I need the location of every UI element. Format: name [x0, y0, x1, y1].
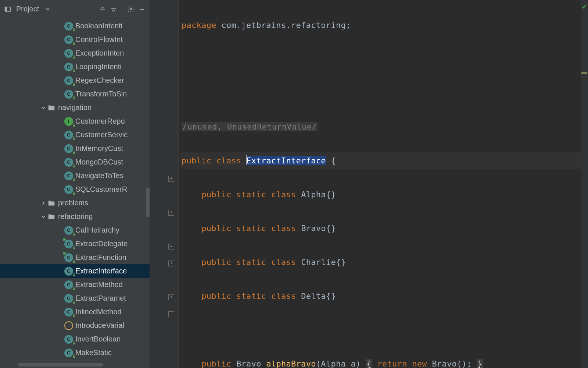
tree-item-label: InvertBoolean [75, 335, 121, 343]
file-row[interactable]: CCustomerServic [0, 128, 150, 142]
chevron-down-icon[interactable] [46, 7, 50, 11]
lock-icon [72, 286, 76, 291]
project-view-icon[interactable] [4, 5, 12, 13]
folder-row[interactable]: refactoring [0, 210, 150, 223]
class-icon: C [64, 63, 73, 71]
file-row[interactable]: ICustomerRepo [0, 114, 150, 128]
stripe-marker[interactable] [581, 72, 587, 74]
file-row[interactable]: CRegexChecker [0, 74, 150, 87]
file-row[interactable]: CMakeStatic [0, 346, 150, 360]
svg-rect-16 [73, 234, 75, 236]
fold-collapse-icon[interactable] [168, 311, 174, 317]
project-title[interactable]: Project [15, 5, 40, 13]
class-icon: C [64, 348, 73, 357]
modified-indicator [63, 252, 66, 255]
lock-icon [72, 300, 76, 304]
folder-icon [47, 212, 56, 221]
file-row[interactable]: CExtractDelegate [0, 237, 150, 251]
package-name: com.jetbrains.refactoring; [216, 21, 351, 30]
tree-item-label: ExceptionInten [75, 49, 124, 57]
lock-icon [72, 164, 76, 168]
file-row[interactable]: CBooleanIntenti [0, 19, 150, 33]
folder-icon [47, 103, 56, 112]
svg-rect-9 [73, 98, 75, 99]
svg-rect-21 [73, 302, 75, 304]
svg-rect-5 [73, 43, 75, 45]
svg-rect-13 [73, 166, 75, 167]
file-row[interactable]: CSQLCustomerR [0, 183, 150, 196]
class-icon: C [64, 131, 73, 139]
file-row[interactable]: CExtractFunction [0, 251, 150, 264]
fold-expand-icon[interactable] [168, 210, 174, 216]
svg-rect-3 [140, 9, 144, 10]
modified-indicator [63, 238, 66, 241]
inspection-ok-icon[interactable]: ✔ [581, 2, 588, 11]
folder-row[interactable]: navigation [0, 101, 150, 114]
project-horizontal-scrollbar[interactable] [18, 363, 103, 367]
svg-rect-19 [73, 275, 75, 276]
file-row[interactable]: CInvertBoolean [0, 332, 150, 346]
file-row[interactable]: CTransformToSin [0, 87, 150, 101]
file-row[interactable]: CMongoDBCust [0, 155, 150, 169]
editor-error-stripe[interactable]: ✔ [581, 0, 588, 368]
lock-icon [72, 232, 76, 236]
file-row[interactable]: CExtractParamet [0, 291, 150, 305]
lock-icon [72, 245, 76, 250]
lock-icon [72, 123, 76, 127]
collapse-all-icon[interactable] [110, 5, 118, 13]
expand-all-icon[interactable] [98, 5, 107, 13]
svg-rect-22 [73, 315, 75, 317]
kw-package: package [182, 21, 216, 30]
editor-gutter[interactable] [150, 0, 179, 368]
lock-icon [72, 82, 76, 86]
file-row[interactable]: CExceptionInten [0, 46, 150, 60]
chevron-down-icon[interactable] [40, 106, 47, 110]
file-row[interactable]: IntroduceVarial [0, 319, 150, 332]
lock-icon [72, 41, 76, 46]
tree-item-label: SQLCustomerR [75, 185, 127, 194]
project-toolbar: Project [0, 0, 150, 18]
tree-item-label: InlinedMethod [75, 308, 122, 316]
svg-rect-4 [73, 29, 75, 31]
toolbar-separator [122, 5, 122, 14]
caret-line[interactable]: public class ExtractInterface { [180, 152, 581, 169]
code-editor[interactable]: package com.jetbrains.refactoring; /unus… [150, 0, 588, 368]
svg-rect-7 [73, 70, 75, 72]
class-icon: C [64, 308, 73, 316]
class-icon: C [64, 240, 73, 248]
lock-icon [72, 177, 76, 182]
tree-item-label: BooleanIntenti [75, 22, 122, 30]
file-row[interactable]: CInlinedMethod [0, 305, 150, 319]
code-area[interactable]: package com.jetbrains.refactoring; /unus… [179, 0, 581, 368]
class-icon: C [64, 49, 73, 58]
tree-item-label: problems [58, 199, 88, 207]
tree-item-label: InMemoryCust [75, 144, 123, 153]
file-row[interactable]: CNavigateToTes [0, 169, 150, 183]
chevron-down-icon[interactable] [40, 215, 47, 219]
file-row[interactable]: CControlFlowInt [0, 33, 150, 46]
interface-icon: I [64, 117, 73, 126]
folded-comment[interactable]: /unused, UnusedReturnValue/ [182, 122, 318, 131]
project-tree[interactable]: CBooleanIntentiCControlFlowIntCException… [0, 18, 150, 368]
folder-icon [47, 199, 56, 208]
fold-expand-icon[interactable] [168, 294, 174, 300]
lock-icon [72, 96, 76, 100]
project-vertical-scrollbar[interactable] [146, 188, 150, 217]
tree-item-label: CustomerRepo [75, 117, 125, 125]
file-row[interactable]: CCallHeirarchy [0, 223, 150, 237]
class-icon: C [64, 253, 73, 262]
gear-icon[interactable] [127, 5, 135, 13]
file-row[interactable]: CExtractInterface [0, 264, 150, 278]
text-caret [246, 155, 247, 165]
file-row[interactable]: CLoopingIntenti [0, 60, 150, 74]
fold-expand-icon[interactable] [168, 176, 174, 182]
file-row[interactable]: CExtractMethod [0, 278, 150, 291]
lock-icon [72, 191, 76, 195]
fold-collapse-icon[interactable] [168, 244, 174, 250]
file-row[interactable]: CInMemoryCust [0, 142, 150, 155]
chevron-right-icon[interactable] [40, 201, 47, 205]
fold-expand-icon[interactable] [168, 261, 174, 266]
folder-row[interactable]: problems [0, 196, 150, 210]
hide-icon[interactable] [138, 5, 146, 13]
svg-rect-6 [73, 57, 75, 59]
